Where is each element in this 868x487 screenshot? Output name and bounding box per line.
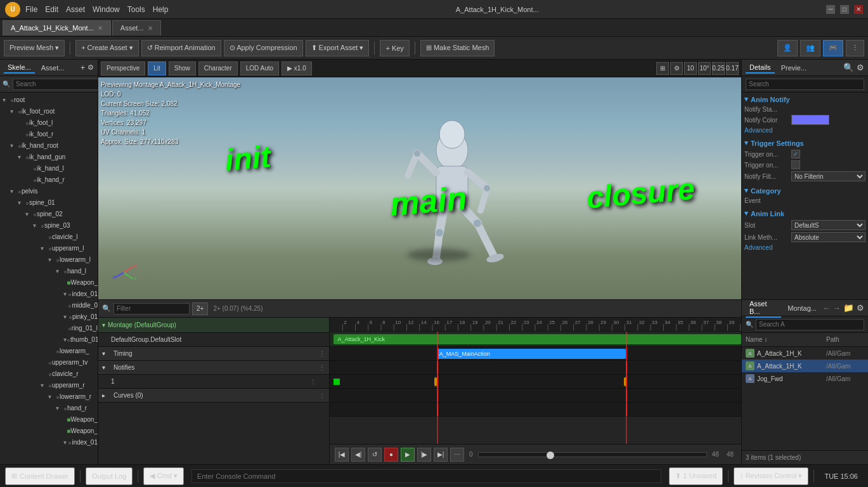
tab-asset[interactable]: Asset... ✕ <box>112 20 161 36</box>
character-btn[interactable]: Character <box>198 62 238 75</box>
timeline-scrubber[interactable] <box>478 452 707 457</box>
tree-thumb-01[interactable]: ▾⬦thumb_01 <box>0 334 98 345</box>
anim-link-advanced[interactable]: Advanced <box>744 244 772 251</box>
tree-weapon-r-2[interactable]: ■Weapon_ <box>0 425 98 436</box>
tab-main[interactable]: A_Attack_1H_Kick_Mont... ✕ <box>3 20 111 36</box>
trigger-on-1-checkbox[interactable] <box>791 150 800 159</box>
menu-window[interactable]: Window <box>93 5 120 14</box>
menu-tools[interactable]: Tools <box>127 5 145 14</box>
tree-middle-0[interactable]: ⬦middle_0 <box>0 299 98 311</box>
path-column-header[interactable]: Path <box>826 336 864 343</box>
anim-segment-bar[interactable]: A_Attack_1H_Kick <box>334 334 741 344</box>
menu-file[interactable]: File <box>25 5 37 14</box>
minimize-button[interactable]: ─ <box>826 5 835 14</box>
timing-options-button[interactable]: ⋮ <box>319 350 325 357</box>
play-button[interactable]: ▶ <box>401 448 415 462</box>
anim-filter-input[interactable] <box>113 303 190 315</box>
maximize-button[interactable]: □ <box>840 5 849 14</box>
settings-icon-btn[interactable]: ⚙ <box>670 62 683 75</box>
tree-ik-hand-root[interactable]: ▾⬦ik_hand_root <box>0 140 98 151</box>
preview-tab[interactable]: Previe... <box>777 63 810 73</box>
lit-btn[interactable]: Lit <box>148 62 166 75</box>
3d-viewport[interactable]: Previewing Montage A_Attack_1H_Kick_Mont… <box>98 77 741 299</box>
tree-root[interactable]: ▾⬦root <box>0 94 98 105</box>
content-drawer-button[interactable]: ⊞ Content Drawer <box>5 467 75 485</box>
angle-btn[interactable]: 10° <box>698 62 711 75</box>
settings-button[interactable]: ⚙ <box>87 63 94 72</box>
reimport-button[interactable]: ↺ Reimport Animation <box>141 40 221 56</box>
tree-hand-l[interactable]: ▾⬦hand_l <box>0 265 98 276</box>
tree-upperarm-tv[interactable]: ⬦upperarm_tv <box>0 356 98 368</box>
perspective-btn[interactable]: Perspective <box>101 62 145 75</box>
tab-asset-close[interactable]: ✕ <box>148 25 153 32</box>
v10-btn[interactable]: 10 <box>684 62 697 75</box>
show-btn[interactable]: Show <box>169 62 196 75</box>
link-method-select[interactable]: Absolute <box>791 232 865 242</box>
nav-back-button[interactable]: ← <box>823 304 831 313</box>
skeleton-tab[interactable]: Skele... <box>4 62 35 74</box>
curves-options-button[interactable]: ⋮ <box>319 392 325 399</box>
skeleton-search-input[interactable] <box>13 79 100 90</box>
more-icon-btn[interactable]: ⋮ <box>846 40 864 56</box>
tree-ik-foot-l[interactable]: ⬦ik_foot_l <box>0 117 98 128</box>
fov-btn[interactable]: 0.17 <box>726 62 739 75</box>
montage-tab[interactable]: Montag... <box>784 303 820 313</box>
tree-index-01-l[interactable]: ▾⬦index_01 <box>0 288 98 299</box>
cmd-button[interactable]: ◀ Cmd ▾ <box>143 467 183 485</box>
scrubber-thumb[interactable] <box>547 451 554 459</box>
tree-ik-foot-root[interactable]: ▾⬦ik_foot_root <box>0 105 98 117</box>
tree-ik-foot-r[interactable]: ⬦ik_foot_r <box>0 128 98 140</box>
asset-folder-btn[interactable]: 📁 <box>843 303 854 313</box>
jump-end-button[interactable]: ▶| <box>434 448 448 462</box>
step-back-button[interactable]: ◀| <box>351 448 365 462</box>
create-asset-button[interactable]: + Create Asset ▾ <box>75 40 139 56</box>
menu-asset[interactable]: Asset <box>66 5 85 14</box>
step-forward-button[interactable]: |▶ <box>417 448 431 462</box>
notifies-value-options[interactable]: ⋮ <box>310 378 316 385</box>
details-search-input[interactable] <box>746 79 864 90</box>
add-section-button[interactable]: 2+ <box>192 302 208 315</box>
asset-tab[interactable]: Asset... <box>37 63 68 73</box>
tree-weapon-l[interactable]: ■Weapon_ <box>0 276 98 288</box>
tree-lowerarm-r[interactable]: ▾⬦lowerarm_r <box>0 391 98 402</box>
tree-ik-hand-r[interactable]: ⬦ik_hand_r <box>0 174 98 185</box>
category-header[interactable]: ▾ Category <box>744 186 865 195</box>
play-speed-btn[interactable]: ▶ x1.0 <box>282 62 312 75</box>
grid-icon-btn[interactable]: ⊞ <box>656 62 669 75</box>
tree-clavicle-l[interactable]: ⬦clavicle_l <box>0 231 98 242</box>
notifies-section[interactable]: ▾ Notifies ⋮ <box>98 361 329 375</box>
console-input[interactable] <box>191 469 662 483</box>
tree-spine-01[interactable]: ▾⬦spine_01 <box>0 197 98 208</box>
details-search-icon-btn[interactable]: 🔍 <box>843 63 854 72</box>
details-tab[interactable]: Details <box>746 62 775 74</box>
nav-forward-button[interactable]: → <box>833 304 841 313</box>
tree-hand-r[interactable]: ▾⬦hand_r <box>0 402 98 413</box>
asset-settings-btn[interactable]: ⚙ <box>857 303 864 313</box>
tree-ik-hand-l[interactable]: ⬦ik_hand_l <box>0 162 98 174</box>
anim-link-header[interactable]: ▾ Anim Link <box>744 209 865 218</box>
notify-color-swatch[interactable] <box>791 115 829 125</box>
tree-lowerarm-tv[interactable]: ⬦lowerarm_ <box>0 345 98 356</box>
make-static-button[interactable]: ⊞ Make Static Mesh <box>420 40 495 56</box>
loop-button[interactable]: ↺ <box>368 448 382 462</box>
trigger-on-2-checkbox[interactable] <box>791 160 800 169</box>
record-button[interactable]: ● <box>384 448 398 462</box>
people-icon-btn[interactable]: 👥 <box>800 40 820 56</box>
asset-row-2[interactable]: A Jog_Fwd /All/Gam <box>742 372 868 385</box>
export-asset-button[interactable]: ⬆ Export Asset ▾ <box>306 40 370 56</box>
tree-pelvis[interactable]: ▾⬦pelvis <box>0 185 98 197</box>
gamepad-icon-btn[interactable]: 🎮 <box>823 40 843 56</box>
asset-search-input[interactable] <box>756 319 864 330</box>
tree-clavicle-r[interactable]: ⬦clavicle_r <box>0 368 98 379</box>
mas-main-action-bar[interactable]: A_MAS_MainAction <box>437 349 626 359</box>
tree-lowerarm-l[interactable]: ▾⬦lowerarm_l <box>0 254 98 265</box>
anim-notify-header[interactable]: ▾ Anim Notify <box>744 95 865 103</box>
details-settings-btn[interactable]: ⚙ <box>857 63 864 72</box>
scale-btn[interactable]: 0.25 <box>712 62 725 75</box>
output-log-button[interactable]: Output Log <box>86 467 133 485</box>
montage-header[interactable]: ▾ Montage (DefaultGroup) <box>98 318 329 333</box>
asset-row-0[interactable]: A A_Attack_1H_K /All/Gam <box>742 347 868 360</box>
default-slot[interactable]: DefaultGroup.DefaultSlot <box>98 333 329 347</box>
asset-row-1[interactable]: A A_Attack_1H_K /All/Gam <box>742 360 868 372</box>
tree-weapon-r-1[interactable]: ■Weapon_ <box>0 413 98 425</box>
